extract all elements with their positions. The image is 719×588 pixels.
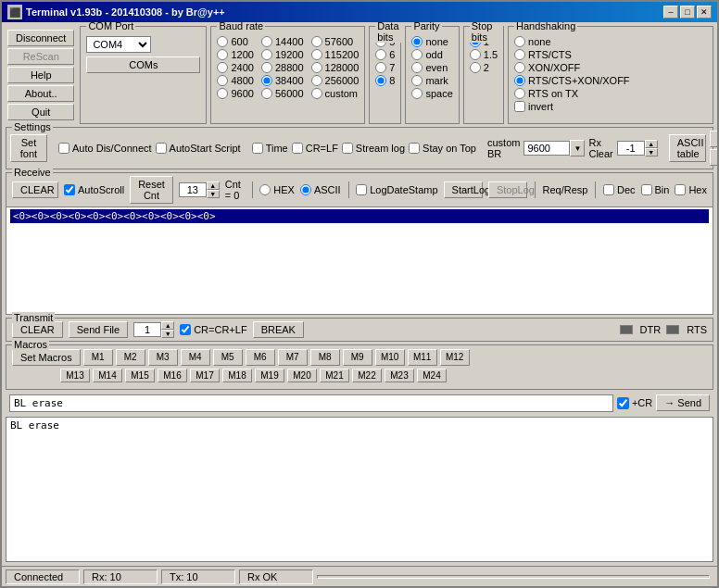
maximize-button[interactable]: □: [680, 6, 695, 19]
baud-57600-radio[interactable]: [311, 36, 322, 47]
macro-m2[interactable]: M2: [116, 349, 145, 366]
custom-br-field[interactable]: [523, 141, 570, 156]
baud-28800-radio[interactable]: [261, 62, 272, 73]
transmit-clear-button[interactable]: CLEAR: [12, 321, 63, 338]
parity-mark-radio[interactable]: [411, 75, 423, 86]
scripting-button[interactable]: Scripting: [710, 131, 717, 147]
baud-4800-radio[interactable]: [217, 75, 228, 86]
macro-m19[interactable]: M19: [255, 369, 284, 382]
hs-none-radio[interactable]: [514, 36, 525, 47]
rx-clear-field[interactable]: [617, 141, 645, 156]
macro-m21[interactable]: M21: [320, 369, 349, 382]
macro-m1[interactable]: M1: [83, 349, 113, 366]
hs-rts-on-tx-radio[interactable]: [514, 88, 525, 99]
cr-crlf-checkbox[interactable]: [180, 324, 191, 335]
rx-clear-down[interactable]: ▼: [645, 148, 658, 156]
parity-space-radio[interactable]: [411, 88, 423, 99]
macro-m17[interactable]: M17: [190, 369, 220, 382]
dec-checkbox[interactable]: [603, 184, 614, 195]
hs-xonxoff-radio[interactable]: [514, 62, 525, 73]
macro-m14[interactable]: M14: [93, 369, 122, 382]
stopbits-2-radio[interactable]: [470, 62, 481, 73]
macro-m6[interactable]: M6: [246, 349, 275, 366]
parity-even-radio[interactable]: [411, 62, 423, 73]
hex-format-radio[interactable]: [259, 184, 271, 195]
databits-6-radio[interactable]: [375, 49, 386, 60]
quit-button[interactable]: Quit: [7, 104, 74, 120]
transmit-counter-field[interactable]: [133, 322, 161, 337]
macro-m23[interactable]: M23: [385, 369, 414, 382]
send-button[interactable]: → Send: [656, 394, 710, 411]
receive-clear-button[interactable]: CLEAR: [12, 181, 58, 198]
baud-600-radio[interactable]: [217, 36, 228, 47]
databits-7-radio[interactable]: [375, 62, 386, 73]
databits-8-radio[interactable]: [375, 75, 386, 86]
baud-2400-radio[interactable]: [217, 62, 228, 73]
baud-38400-radio[interactable]: [261, 75, 272, 86]
stopbits-1-5-radio[interactable]: [470, 49, 481, 60]
baud-56000-radio[interactable]: [261, 88, 272, 99]
custom-br-dropdown[interactable]: ▼: [570, 140, 585, 156]
macro-m10[interactable]: M10: [375, 349, 405, 366]
hs-rtscts-xonxoff-radio[interactable]: [514, 75, 525, 86]
rescan-button[interactable]: ReScan: [7, 48, 74, 65]
macro-m22[interactable]: M22: [352, 369, 382, 382]
break-button[interactable]: BREAK: [253, 321, 304, 338]
hex-checkbox[interactable]: [675, 184, 686, 195]
baud-256000-radio[interactable]: [311, 75, 322, 86]
baud-1200-radio[interactable]: [217, 49, 228, 60]
minimize-button[interactable]: –: [663, 6, 678, 19]
stream-log-checkbox[interactable]: [342, 143, 353, 154]
cnt-field[interactable]: [179, 182, 207, 197]
reset-cnt-button[interactable]: Reset Cnt: [130, 176, 173, 204]
hs-invert-checkbox[interactable]: [514, 101, 525, 112]
baud-custom-radio[interactable]: [311, 88, 322, 99]
macro-m7[interactable]: M7: [278, 349, 308, 366]
baud-115200-radio[interactable]: [311, 49, 322, 60]
cnt-up[interactable]: ▲: [207, 181, 220, 190]
com-port-select[interactable]: COM4: [86, 36, 151, 53]
remote-button[interactable]: Remote: [710, 149, 717, 166]
stay-on-top-checkbox[interactable]: [409, 143, 420, 154]
stop-log-button[interactable]: StopLog: [488, 181, 527, 198]
log-date-stamp-checkbox[interactable]: [356, 184, 367, 195]
macro-m5[interactable]: M5: [213, 349, 243, 366]
macro-m12[interactable]: M12: [440, 349, 470, 366]
plus-cr-checkbox[interactable]: [617, 397, 629, 409]
help-button[interactable]: Help: [7, 67, 74, 83]
crlf-checkbox[interactable]: [292, 143, 303, 154]
bin-checkbox[interactable]: [641, 184, 652, 195]
command-input[interactable]: [9, 394, 613, 412]
macro-m18[interactable]: M18: [222, 369, 252, 382]
cnt-down[interactable]: ▼: [207, 190, 220, 198]
macro-m24[interactable]: M24: [417, 369, 447, 382]
macro-m20[interactable]: M20: [287, 369, 317, 382]
transmit-counter-up[interactable]: ▲: [161, 321, 174, 330]
autoscroll-checkbox[interactable]: [64, 184, 75, 195]
baud-9600-radio[interactable]: [217, 88, 228, 99]
parity-odd-radio[interactable]: [411, 49, 423, 60]
ascii-table-button[interactable]: ASCII table: [669, 134, 706, 162]
start-log-button[interactable]: StartLog: [444, 181, 483, 198]
about-button[interactable]: About..: [7, 85, 74, 102]
macro-m8[interactable]: M8: [310, 349, 340, 366]
set-font-button[interactable]: Set font: [10, 134, 47, 162]
rx-clear-up[interactable]: ▲: [645, 140, 658, 148]
macro-m3[interactable]: M3: [148, 349, 178, 366]
coms-button[interactable]: COMs: [86, 56, 200, 73]
ascii-format-radio[interactable]: [300, 184, 311, 195]
set-macros-button[interactable]: Set Macros: [12, 349, 81, 366]
macro-m13[interactable]: M13: [60, 369, 90, 382]
macro-m16[interactable]: M16: [158, 369, 187, 382]
baud-19200-radio[interactable]: [261, 49, 272, 60]
parity-none-radio[interactable]: [411, 36, 423, 47]
macro-m11[interactable]: M11: [408, 349, 437, 366]
disconnect-button[interactable]: Disconnect: [7, 30, 74, 46]
send-file-button[interactable]: Send File: [69, 321, 128, 338]
hs-rtscts-radio[interactable]: [514, 49, 525, 60]
transmit-counter-down[interactable]: ▼: [161, 330, 174, 338]
baud-14400-radio[interactable]: [261, 36, 272, 47]
baud-128000-radio[interactable]: [311, 62, 322, 73]
macro-m15[interactable]: M15: [125, 369, 155, 382]
auto-dis-connect-checkbox[interactable]: [58, 143, 69, 154]
